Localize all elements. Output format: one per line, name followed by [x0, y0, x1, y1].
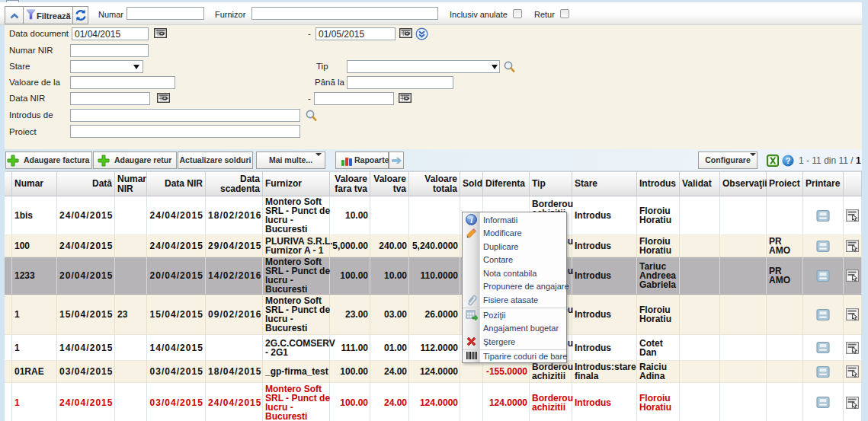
svg-text:?: ?	[786, 156, 791, 165]
